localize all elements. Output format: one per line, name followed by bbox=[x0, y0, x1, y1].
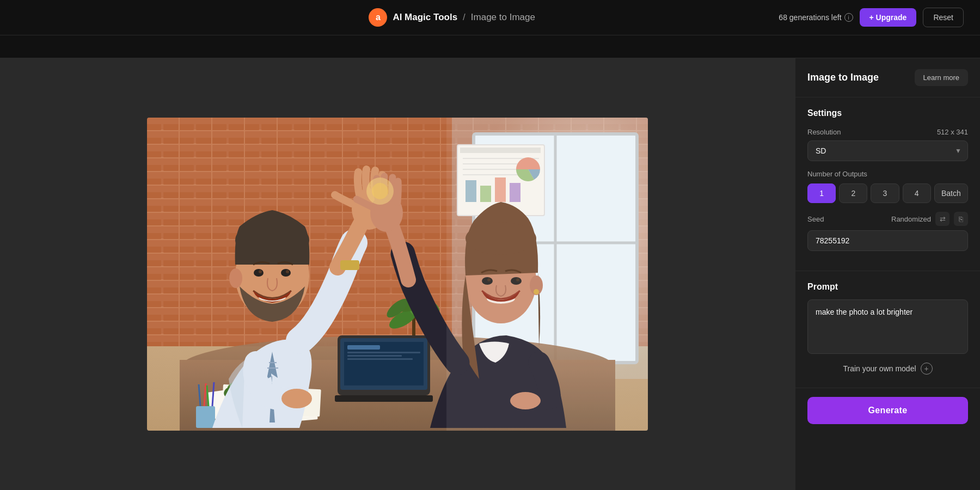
app-icon: a bbox=[369, 8, 387, 27]
section-header: Image to Image Learn more bbox=[807, 69, 968, 86]
resolution-label: Resolution bbox=[807, 128, 841, 136]
main-content: Image to Image Learn more Settings Resol… bbox=[0, 58, 980, 490]
output-buttons-group: 1 2 3 4 Batch bbox=[807, 183, 968, 203]
seed-randomized-text: Randomized bbox=[891, 215, 931, 223]
breadcrumb-title: AI Magic Tools bbox=[393, 12, 457, 23]
batch-button[interactable]: Batch bbox=[934, 183, 968, 203]
topbar-center: a AI Magic Tools / Image to Image bbox=[369, 8, 535, 27]
prompt-textarea[interactable] bbox=[807, 299, 968, 354]
seed-label: Seed bbox=[807, 215, 824, 223]
resolution-dropdown-wrapper: SD HD Full HD ▼ bbox=[807, 140, 968, 161]
prompt-title: Prompt bbox=[807, 282, 968, 292]
output-4-button[interactable]: 4 bbox=[903, 183, 931, 203]
seed-randomized: Randomized ⇄ ⎘ bbox=[891, 212, 968, 226]
outputs-label: Number of Outputs bbox=[807, 170, 968, 178]
right-sidebar: Image to Image Learn more Settings Resol… bbox=[795, 58, 980, 490]
resolution-label-row: Resolution 512 x 341 bbox=[807, 128, 968, 136]
image-to-image-section: Image to Image Learn more bbox=[795, 58, 980, 97]
topbar-right: 68 generations left i + Upgrade Reset bbox=[779, 8, 964, 27]
output-3-button[interactable]: 3 bbox=[871, 183, 899, 203]
learn-more-button[interactable]: Learn more bbox=[915, 69, 968, 86]
settings-title: Settings bbox=[807, 108, 968, 118]
resolution-value: 512 x 341 bbox=[937, 128, 968, 136]
generations-left: 68 generations left i bbox=[779, 13, 853, 22]
settings-section: Settings Resolution 512 x 341 SD HD Full… bbox=[795, 97, 980, 271]
image-container bbox=[147, 118, 648, 431]
generate-button[interactable]: Generate bbox=[807, 397, 968, 424]
main-image bbox=[147, 118, 648, 431]
seed-row: Seed Randomized ⇄ ⎘ bbox=[807, 212, 968, 251]
resolution-row: Resolution 512 x 341 SD HD Full HD ▼ bbox=[807, 128, 968, 161]
seed-input[interactable] bbox=[807, 230, 968, 251]
train-plus-icon: + bbox=[921, 363, 933, 375]
resolution-select[interactable]: SD HD Full HD bbox=[807, 140, 968, 161]
output-2-button[interactable]: 2 bbox=[839, 183, 867, 203]
train-model-label: Train your own model bbox=[843, 364, 916, 373]
subtoolbar bbox=[0, 35, 980, 58]
seed-label-row: Seed Randomized ⇄ ⎘ bbox=[807, 212, 968, 226]
generations-count: 68 generations left bbox=[779, 13, 841, 22]
topbar: a AI Magic Tools / Image to Image 68 gen… bbox=[0, 0, 980, 35]
reset-button[interactable]: Reset bbox=[923, 8, 964, 27]
output-1-button[interactable]: 1 bbox=[807, 183, 836, 203]
image-to-image-title: Image to Image bbox=[807, 72, 879, 83]
outputs-row: Number of Outputs 1 2 3 4 Batch bbox=[807, 170, 968, 203]
train-model-row[interactable]: Train your own model + bbox=[807, 356, 968, 377]
prompt-section: Prompt Train your own model + bbox=[795, 271, 980, 388]
canvas-area bbox=[0, 58, 795, 490]
svg-rect-84 bbox=[446, 118, 648, 431]
breadcrumb-sep: / bbox=[463, 12, 465, 23]
info-icon[interactable]: i bbox=[844, 13, 853, 22]
upgrade-button[interactable]: + Upgrade bbox=[860, 8, 917, 27]
shuffle-icon[interactable]: ⇄ bbox=[935, 212, 950, 226]
breadcrumb-sub: Image to Image bbox=[471, 12, 535, 23]
copy-icon[interactable]: ⎘ bbox=[954, 212, 968, 226]
